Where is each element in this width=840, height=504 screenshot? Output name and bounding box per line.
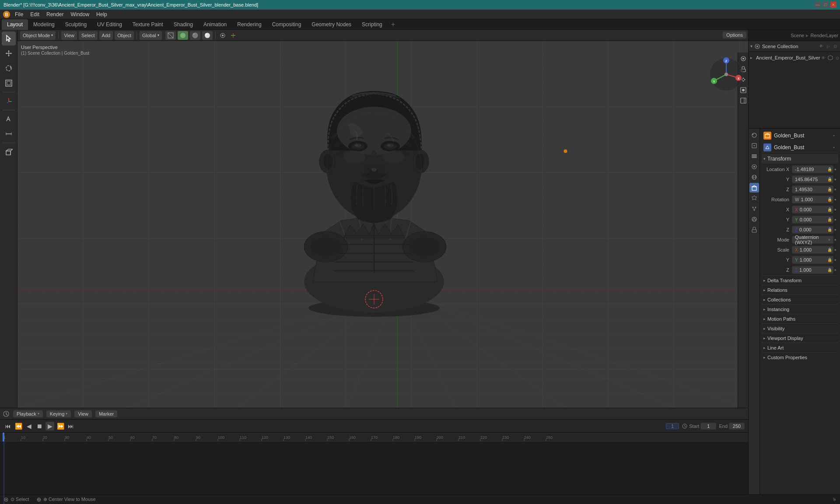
rotation-x-value[interactable]: X 0.000 🔒 <box>792 206 833 214</box>
tab-scripting[interactable]: Scripting <box>357 19 388 30</box>
transform-tool[interactable] <box>2 94 16 108</box>
menu-window[interactable]: Window <box>67 10 93 18</box>
location-y-lock[interactable]: 🔒 <box>827 177 832 182</box>
marker-menu[interactable]: Marker <box>95 410 117 417</box>
props-output-icon[interactable] <box>749 141 759 150</box>
scale-tool[interactable] <box>2 76 16 90</box>
props-modifier-icon[interactable] <box>749 193 759 203</box>
object-menu[interactable]: Object <box>115 31 134 40</box>
rotation-w-value[interactable]: W 1.000 🔒 <box>792 196 833 203</box>
item-render-icon[interactable]: ⊙ <box>834 55 840 61</box>
rotation-z-lock[interactable]: 🔒 <box>827 228 832 232</box>
tab-texture-paint[interactable]: Texture Paint <box>127 19 168 30</box>
instancing-section[interactable]: ▸ Instancing <box>762 304 838 314</box>
scale-x-value[interactable]: X 1.000 🔒 <box>792 246 833 254</box>
custom-properties-section[interactable]: ▸ Custom Properties <box>762 352 838 362</box>
props-object-icon[interactable] <box>749 183 759 192</box>
menu-file[interactable]: File <box>11 10 27 18</box>
scale-y-lock[interactable]: 🔒 <box>827 258 832 262</box>
menu-edit[interactable]: Edit <box>27 10 43 18</box>
stop-button[interactable]: ⏹ <box>35 422 44 430</box>
jump-end-button[interactable]: ⏭ <box>66 422 75 430</box>
scale-z-value[interactable]: Z 1.000 🔒 <box>792 266 833 274</box>
play-reverse-button[interactable]: ◀ <box>24 422 33 430</box>
visibility-section[interactable]: ▸ Visibility <box>762 323 838 333</box>
rendered-shading[interactable] <box>202 31 213 40</box>
transform-section-header[interactable]: ▾ Transform <box>762 154 838 164</box>
sidebar-toggle-icon[interactable] <box>739 96 748 105</box>
select-menu[interactable]: Select <box>79 31 98 40</box>
close-button[interactable]: ✕ <box>830 2 836 8</box>
props-world-icon[interactable] <box>749 172 759 182</box>
tab-rendering[interactable]: Rendering <box>232 19 266 30</box>
rotate-tool[interactable] <box>2 61 16 75</box>
view-menu[interactable]: View <box>61 31 77 40</box>
scale-x-lock[interactable]: 🔒 <box>827 248 832 252</box>
3d-viewport[interactable]: Object Mode View Select Add Object Globa… <box>18 30 748 408</box>
menu-render[interactable]: Render <box>43 10 67 18</box>
relations-section[interactable]: ▸ Relations <box>762 285 838 294</box>
item-filter-icon[interactable] <box>827 55 833 61</box>
tab-animation[interactable]: Animation <box>198 19 232 30</box>
props-view-layer-icon[interactable] <box>749 151 759 161</box>
tab-sculpting[interactable]: Sculpting <box>60 19 92 30</box>
object-mode-dropdown[interactable]: Object Mode <box>20 31 56 40</box>
viewport-display-section[interactable]: ▸ Viewport Display <box>762 333 838 343</box>
scale-y-value[interactable]: Y 1.000 🔒 <box>792 256 833 264</box>
viewport-shading-dropdown[interactable]: Global <box>140 31 162 40</box>
rotation-z-value[interactable]: Z 0.000 🔒 <box>792 226 833 234</box>
material-shading[interactable] <box>190 31 200 40</box>
location-x-lock[interactable]: 🔒 <box>827 167 832 172</box>
tab-modeling[interactable]: Modeling <box>28 19 60 30</box>
location-y-value[interactable]: 145.86475 🔒 <box>792 175 833 183</box>
tab-layout[interactable]: Layout <box>2 19 28 30</box>
viewport-canvas[interactable]: User Perspective (1) Scene Collection | … <box>18 41 748 408</box>
props-particles-icon[interactable] <box>749 204 759 214</box>
location-x-value[interactable]: -1.48189 🔒 <box>792 165 833 173</box>
tab-shading[interactable]: Shading <box>168 19 198 30</box>
rotation-mode-dropdown[interactable]: Quaternion (WXYZ) <box>792 236 833 244</box>
keying-menu[interactable]: Keying <box>46 410 71 417</box>
location-z-lock[interactable]: 🔒 <box>827 187 832 192</box>
delta-transform-section[interactable]: ▸ Delta Transform <box>762 275 838 285</box>
item-eye-icon[interactable]: 👁 <box>820 55 826 61</box>
viewport-gizmo[interactable]: Z X Y <box>709 57 744 92</box>
start-frame-input[interactable]: 1 <box>700 423 716 430</box>
jump-start-button[interactable]: ⏮ <box>4 422 12 430</box>
add-menu[interactable]: Add <box>99 31 113 40</box>
menu-help[interactable]: Help <box>93 10 111 18</box>
rotation-w-lock[interactable]: 🔒 <box>827 197 832 202</box>
end-frame-input[interactable]: 250 <box>729 423 745 430</box>
wireframe-shading[interactable] <box>165 31 176 40</box>
step-forward-button[interactable]: ⏩ <box>56 422 65 430</box>
props-render-icon[interactable] <box>749 130 759 140</box>
cursor-tool[interactable] <box>2 32 16 46</box>
rotation-x-lock[interactable]: 🔒 <box>827 207 832 212</box>
measure-tool[interactable] <box>2 127 16 141</box>
rotation-y-lock[interactable]: 🔒 <box>827 217 832 222</box>
outliner-item-bust[interactable]: ▸ Ancient_Emperor_Bust_Silver 👁 ⊙ <box>749 53 840 62</box>
restrict-viewport-icon[interactable]: ▷ <box>825 43 831 49</box>
show-overlays-toggle[interactable] <box>218 31 227 40</box>
view-menu-timeline[interactable]: View <box>74 410 92 417</box>
location-z-value[interactable]: 1.49530 🔒 <box>792 186 833 193</box>
eye-icon[interactable]: 👁 <box>818 43 824 49</box>
motion-paths-section[interactable]: ▸ Motion Paths <box>762 314 838 323</box>
solid-shading[interactable] <box>178 31 188 40</box>
move-tool[interactable] <box>2 46 16 60</box>
minimize-button[interactable]: — <box>815 2 821 8</box>
collections-section[interactable]: ▸ Collections <box>762 294 838 304</box>
annotate-tool[interactable] <box>2 112 16 126</box>
add-workspace-button[interactable]: + <box>388 21 399 28</box>
viewport-options-button[interactable]: Options <box>723 32 746 38</box>
tab-compositing[interactable]: Compositing <box>267 19 307 30</box>
scale-z-lock[interactable]: 🔒 <box>827 268 832 272</box>
props-scene-icon[interactable] <box>749 162 759 172</box>
step-back-button[interactable]: ⏪ <box>14 422 23 430</box>
frame-ruler[interactable]: 1 10 20 30 40 50 60 70 80 <box>0 433 748 441</box>
maximize-button[interactable]: □ <box>822 2 829 8</box>
add-primitive-tool[interactable] <box>2 145 16 159</box>
tab-geometry-nodes[interactable]: Geometry Nodes <box>306 19 357 30</box>
current-frame-display[interactable]: 1 <box>666 423 679 429</box>
show-gizmo-toggle[interactable] <box>229 31 238 40</box>
